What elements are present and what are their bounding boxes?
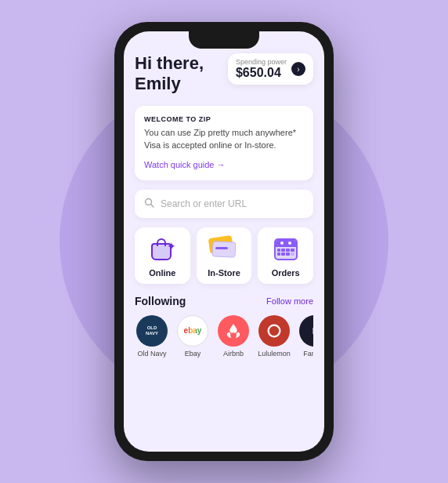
lululemon-name: Lululemon [258,350,291,358]
lululemon-logo [258,315,290,347]
search-icon [144,198,154,210]
phone-screen: Hi there, Emily Spending power $650.04 ›… [124,31,324,452]
arrow-right-icon: › [291,62,305,76]
greeting-line1: Hi there, [135,53,204,74]
online-icon: ✦ [146,235,178,263]
search-placeholder: Search or enter URL [161,198,247,209]
orders-icon [270,235,302,263]
welcome-text: You can use Zip pretty much anywhere* Vi… [144,126,304,152]
instore-icon [208,235,240,263]
screen-content: Hi there, Emily Spending power $650.04 ›… [124,31,324,452]
phone-notch [189,31,259,49]
instore-label: In-Store [208,268,240,278]
ebay-logo: ebay [177,315,208,347]
spending-power-card[interactable]: Spending power $650.04 › [228,53,313,85]
search-bar[interactable]: Search or enter URL [135,190,313,218]
welcome-title: WELCOME TO ZIP [144,115,304,123]
brand-airbnb[interactable]: Airbnb [216,315,251,358]
watch-guide-link[interactable]: Watch quick guide → [144,160,226,169]
spending-power-label: Spending power [236,58,287,66]
airbnb-logo [218,315,249,347]
online-label: Online [149,268,175,278]
brand-fanatics[interactable]: F Fanatic [298,315,313,358]
brand-old-navy[interactable]: OLDNAVY Old Navy [135,315,169,358]
svg-line-1 [151,204,154,207]
follow-more-link[interactable]: Follow more [266,296,313,306]
greeting-name-line: Emily [135,74,204,94]
brand-lululemon[interactable]: Lululemon [257,315,291,358]
greeting: Hi there, Emily [135,53,204,95]
fanatics-logo: F [299,315,313,347]
category-online[interactable]: ✦ Online [135,227,190,284]
category-grid: ✦ Online In-Store [135,227,313,284]
ebay-name: Ebay [185,350,201,358]
old-navy-name: Old Navy [137,350,166,358]
airbnb-name: Airbnb [223,350,244,358]
header: Hi there, Emily Spending power $650.04 › [135,53,313,95]
brand-ebay[interactable]: ebay Ebay [175,315,210,358]
following-section: Following Follow more OLDNAVY Old Navy [135,295,313,358]
spending-power-amount: $650.04 [236,66,287,80]
brands-row: OLDNAVY Old Navy ebay Ebay [135,315,313,358]
old-navy-logo: OLDNAVY [136,315,168,347]
orders-label: Orders [272,268,300,278]
phone-frame: Hi there, Emily Spending power $650.04 ›… [114,22,334,461]
spending-power-info: Spending power $650.04 [236,58,287,80]
fanatics-name: Fanatic [303,350,313,358]
category-instore[interactable]: In-Store [197,227,252,284]
svg-point-2 [269,325,280,336]
welcome-card: WELCOME TO ZIP You can use Zip pretty mu… [135,106,313,180]
category-orders[interactable]: Orders [258,227,313,284]
following-header: Following Follow more [135,295,313,307]
following-title: Following [135,295,186,307]
